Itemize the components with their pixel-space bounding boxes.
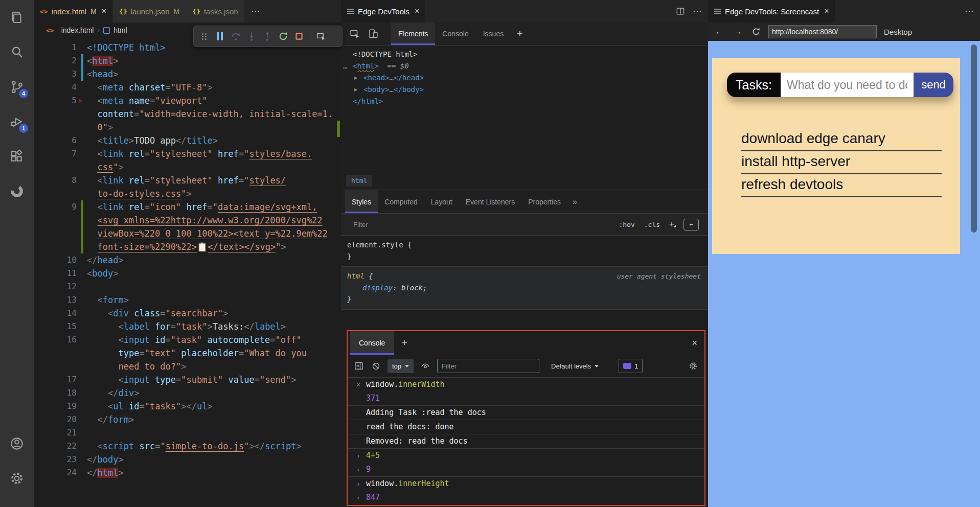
code-line[interactable]: <svg xmlns=%22http://www.w3.org/2000/svg… (34, 214, 341, 227)
devtools-tab-elements[interactable]: Elements (391, 22, 435, 45)
dom-tree-row[interactable]: …<html> == $0 (341, 60, 708, 72)
dom-tree-row[interactable]: <!DOCTYPE html> (341, 49, 708, 60)
console-messages[interactable]: ×window.innerWidth371Adding Task :read t… (348, 378, 704, 504)
inspect-element-icon[interactable] (348, 27, 361, 40)
add-console-icon[interactable]: + (394, 337, 414, 349)
styles-tab-event-listeners[interactable]: Event Listeners (459, 190, 522, 213)
step-over-icon[interactable] (231, 31, 241, 41)
scrollbar-thumb[interactable] (971, 44, 977, 233)
css-property[interactable]: display (362, 284, 393, 292)
breadcrumb-node[interactable]: html (113, 26, 127, 34)
code-line[interactable]: 16 <input id="task" autocomplete="off" (34, 333, 341, 347)
code-line[interactable]: 14 <div class="searchbar"> (34, 307, 341, 320)
code-line[interactable]: 23</body> (34, 453, 341, 466)
code-line[interactable]: 4 <meta charset="UTF-8"> (34, 81, 341, 94)
code-line[interactable]: 11<body> (34, 267, 341, 280)
code-line[interactable]: 20 </form> (34, 413, 341, 426)
code-line[interactable]: css"> (34, 160, 341, 174)
code-line[interactable]: 19 <ul id="tasks"></ul> (34, 400, 341, 413)
code-line[interactable]: 5▶ <meta name="viewport" (34, 94, 341, 107)
activity-item-edge-devtools[interactable] (6, 180, 28, 202)
console-row[interactable]: ›window.innerHeight (348, 477, 704, 491)
code-line[interactable]: need to do?"> (34, 360, 341, 373)
code-line[interactable]: type="text" placeholder="What do you (34, 347, 341, 360)
console-row[interactable]: ×window.innerWidth (348, 378, 704, 391)
devtools-more-actions[interactable]: ⋯ (693, 6, 702, 17)
rule-selector[interactable]: element.style (347, 241, 403, 249)
forward-icon[interactable]: → (732, 27, 744, 37)
close-icon[interactable]: × (415, 7, 419, 16)
screencast-tab[interactable]: Edge DevTools: Screencast × (708, 0, 836, 22)
console-row[interactable]: 371 (348, 391, 704, 406)
new-style-rule-icon[interactable]: + (669, 219, 674, 229)
code-line[interactable]: viewBox=%220 0 100 100%22><text y=%22.9e… (34, 227, 341, 240)
split-editor-icon[interactable] (675, 6, 686, 16)
toggle-sidebar-icon[interactable]: ← (683, 219, 699, 231)
styles-tab-styles[interactable]: Styles (345, 190, 378, 213)
editor-tab-tasks.json[interactable]: {}tasks.json (186, 0, 244, 22)
inspect-cursor-icon[interactable] (316, 31, 326, 41)
add-panel-icon[interactable]: + (511, 28, 529, 39)
back-icon[interactable]: ← (713, 27, 725, 37)
devtools-tab-issues[interactable]: Issues (476, 22, 511, 45)
css-value[interactable]: block; (401, 284, 427, 292)
restart-icon[interactable] (278, 31, 288, 41)
console-row[interactable]: ‹9 (348, 463, 704, 477)
devtools-tab-console[interactable]: Console (435, 22, 475, 45)
activity-item-source-control[interactable]: 4 (6, 76, 28, 98)
console-sidebar-icon[interactable] (354, 361, 364, 371)
editor-more-actions[interactable]: ⋯ (245, 0, 266, 22)
activity-item-settings-gear[interactable] (6, 467, 28, 490)
screencast-viewport[interactable]: Tasks: send download edge canaryinstall … (708, 41, 980, 507)
activity-item-files[interactable] (6, 6, 28, 29)
dom-tree-row[interactable]: ▶<body>…</body> (341, 84, 708, 96)
context-selector[interactable]: top (388, 359, 414, 373)
dom-tree-row[interactable]: ▶<head>…</head> (341, 72, 708, 84)
step-out-icon[interactable] (262, 31, 272, 41)
log-levels-selector[interactable]: Default levels (551, 362, 599, 370)
html-ua-rule[interactable]: user agent stylesheet html { display: bl… (341, 267, 708, 310)
step-into-icon[interactable] (246, 31, 257, 41)
reload-icon[interactable] (750, 27, 762, 36)
styles-tab-layout[interactable]: Layout (424, 190, 459, 213)
code-line[interactable]: 6 <title>TODO app</title> (34, 134, 341, 147)
code-line[interactable]: 24</html> (34, 466, 341, 479)
console-row[interactable]: Adding Task :read the docs (348, 406, 704, 420)
styles-tab-computed[interactable]: Computed (378, 190, 424, 213)
toggle-element-class[interactable]: .cls (644, 221, 660, 228)
close-icon[interactable]: × (824, 7, 829, 16)
code-line[interactable]: content="width=device-width, initial-sca… (34, 107, 341, 121)
code-line[interactable]: 9 <link rel="icon" href="data:image/svg+… (34, 200, 341, 214)
code-line[interactable]: to-do-styles.css"> (34, 187, 341, 200)
expand-arrow-icon[interactable]: ▶ (354, 72, 357, 84)
code-line[interactable]: 10</head> (34, 254, 341, 267)
live-expression-eye-icon[interactable] (420, 361, 430, 371)
code-line[interactable]: 2<html> (34, 54, 341, 67)
pause-icon[interactable] (215, 31, 225, 41)
code-line[interactable]: 18 </div> (34, 386, 341, 400)
editor-tab-index.html[interactable]: <>index.htmlM× (34, 0, 113, 22)
breadcrumb-file[interactable]: index.html (61, 26, 94, 34)
url-input[interactable] (768, 25, 877, 38)
toggle-pseudo-state[interactable]: :hov (619, 221, 634, 228)
device-mode-label[interactable]: Desktop (884, 28, 912, 36)
rule-selector[interactable]: html (347, 272, 364, 280)
drag-handle-icon[interactable] (199, 31, 209, 41)
styles-tab-properties[interactable]: Properties (521, 190, 567, 213)
code-line[interactable]: 0"> (34, 121, 341, 134)
code-line[interactable]: 7 <link rel="stylesheet" href="styles/ba… (34, 147, 341, 160)
code-lines[interactable]: 1<!DOCTYPE html>2<html>3<head>4 <meta ch… (34, 38, 341, 479)
task-item[interactable]: download edge canary (741, 128, 942, 151)
close-icon[interactable]: × (102, 7, 106, 16)
stop-icon[interactable] (294, 31, 304, 41)
code-line[interactable]: 22 <script src="simple-to-do.js"></scrip… (34, 440, 341, 453)
code-line[interactable]: 21 (34, 426, 341, 440)
activity-item-search[interactable] (6, 41, 28, 63)
code-line[interactable]: 15 <label for="task">Tasks:</label> (34, 320, 341, 333)
send-button[interactable]: send (914, 73, 953, 97)
console-row[interactable]: Removed: read the docs (348, 434, 704, 449)
console-row[interactable]: ›4+5 (348, 449, 704, 463)
expand-arrow-icon[interactable]: ▶ (354, 84, 357, 96)
activity-item-extensions[interactable] (6, 145, 28, 168)
close-icon[interactable]: × (692, 338, 697, 349)
